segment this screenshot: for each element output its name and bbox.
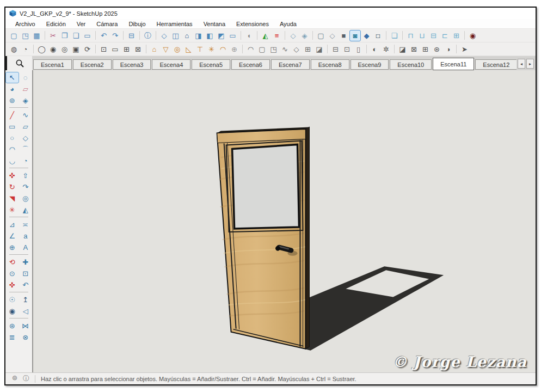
walk-tool[interactable]: ↥ bbox=[19, 294, 33, 305]
plane-swap-icon[interactable]: ◪ bbox=[313, 44, 325, 55]
tab-escena11[interactable]: Escena11 bbox=[433, 58, 474, 70]
section-plane-tool[interactable]: ⊛ bbox=[5, 320, 19, 332]
monochrome-style-icon[interactable]: ◆ bbox=[361, 30, 372, 41]
back-edges-style-icon[interactable]: ◈ bbox=[299, 30, 310, 41]
menu-ventana[interactable]: Ventana bbox=[198, 21, 231, 27]
two-point-arc-tool[interactable]: ⌒ bbox=[19, 144, 33, 155]
text-tool[interactable]: a bbox=[19, 230, 33, 242]
save-icon[interactable]: ▦ bbox=[31, 30, 42, 41]
copy-icon[interactable]: ❐ bbox=[59, 30, 70, 41]
new-file-icon[interactable]: ▢ bbox=[8, 30, 20, 41]
modeling-viewport[interactable]: © Jorge Lezana bbox=[33, 70, 536, 372]
hidden-line-style-icon[interactable]: ◇ bbox=[327, 30, 338, 41]
zoom-scenes-button[interactable] bbox=[7, 56, 32, 70]
door-right-edge[interactable] bbox=[305, 127, 309, 348]
rectangle-tool[interactable]: ▭ bbox=[5, 121, 19, 132]
select-tool[interactable]: ↖ bbox=[5, 72, 19, 83]
dimension-tool[interactable]: ≍ bbox=[19, 219, 33, 230]
menu-edicion[interactable]: Edición bbox=[41, 21, 71, 27]
orbit-tool[interactable]: ⟲ bbox=[5, 256, 19, 268]
polygon-tool[interactable]: ◇ bbox=[19, 132, 33, 144]
transform-box-icon[interactable]: ▯ bbox=[353, 44, 364, 55]
iso-view-icon[interactable]: ◇ bbox=[158, 30, 170, 41]
zoom-tool[interactable]: ⊙ bbox=[5, 268, 19, 279]
viewport-render-icon[interactable]: ◎ bbox=[59, 44, 70, 55]
front-view-icon[interactable]: ⌂ bbox=[181, 30, 193, 41]
circle-tool[interactable]: ○ bbox=[5, 132, 19, 144]
menu-archivo[interactable]: Archivo bbox=[10, 21, 41, 27]
menu-ver[interactable]: Ver bbox=[71, 21, 91, 27]
box-icon[interactable]: ▢ bbox=[256, 44, 268, 55]
layers-stack-tool[interactable]: ≣ bbox=[5, 332, 19, 343]
red-list-icon[interactable]: ≡ bbox=[271, 30, 282, 41]
ies-light-icon[interactable]: ⊤ bbox=[194, 44, 206, 55]
help-icon[interactable]: ⓘ bbox=[23, 374, 29, 383]
lasso-tool[interactable]: ◌ bbox=[19, 72, 33, 83]
menu-herramientas[interactable]: Herramientas bbox=[151, 21, 198, 27]
paste-icon[interactable]: ❑ bbox=[70, 30, 82, 41]
frame-buffer-icon[interactable]: ▣ bbox=[70, 44, 82, 55]
tab-escena8[interactable]: Escena8 bbox=[311, 59, 349, 70]
tab-escena12[interactable]: Escena12 bbox=[475, 59, 517, 70]
position-camera-tool[interactable]: ☉ bbox=[5, 294, 19, 305]
cut-icon[interactable]: ✂ bbox=[47, 30, 59, 41]
three-point-arc-tool[interactable]: ◡ bbox=[5, 155, 19, 167]
pan-tool[interactable]: ✚ bbox=[19, 256, 33, 268]
clipper-icon[interactable]: ⊞ bbox=[302, 44, 313, 55]
print-icon[interactable]: ⊟ bbox=[126, 30, 137, 41]
back-view-icon[interactable]: ◧ bbox=[204, 30, 216, 41]
viewport-canvas[interactable] bbox=[33, 70, 536, 372]
look-cone-tool[interactable]: ◁ bbox=[19, 305, 33, 317]
subtract-solids-icon[interactable]: ⊟ bbox=[428, 30, 439, 41]
top-view-icon[interactable]: ◫ bbox=[170, 30, 181, 41]
flow-tool[interactable]: ⋈ bbox=[19, 320, 33, 332]
arc-tool[interactable]: ◠ bbox=[5, 144, 19, 155]
wireframe-style-icon[interactable]: ▢ bbox=[315, 30, 327, 41]
mesh-light-icon[interactable]: ⊕ bbox=[229, 44, 240, 55]
tab-escena2[interactable]: Escena2 bbox=[73, 59, 112, 70]
render-window-2-icon[interactable]: ⊞ bbox=[121, 44, 132, 55]
zoom-extents-tool[interactable]: ✜ bbox=[5, 279, 19, 291]
render-interactive-icon[interactable]: ◉ bbox=[47, 44, 59, 55]
solid-tools[interactable]: ◭ bbox=[19, 204, 33, 216]
offset-tool[interactable]: ◎ bbox=[19, 193, 33, 204]
menu-camara[interactable]: Cámara bbox=[91, 21, 123, 27]
split-solids-icon[interactable]: ⊞ bbox=[451, 30, 462, 41]
tab-escena5[interactable]: Escena5 bbox=[192, 59, 230, 70]
outer-shell-icon[interactable]: ❏ bbox=[389, 30, 400, 41]
open-file-icon[interactable]: ◳ bbox=[20, 30, 31, 41]
freehand-tool[interactable]: ∿ bbox=[19, 109, 33, 121]
line-tool[interactable]: ╱ bbox=[5, 109, 19, 121]
tab-escena1[interactable]: Escena1 bbox=[33, 59, 72, 70]
component-tool[interactable]: ⊚ bbox=[5, 95, 19, 106]
sun-light-icon[interactable]: ✳ bbox=[206, 44, 217, 55]
pick-hand-icon[interactable]: ➤ bbox=[459, 44, 470, 55]
axes-tool[interactable]: ⊕ bbox=[5, 242, 19, 253]
shaded-style-icon[interactable]: ■ bbox=[338, 30, 349, 41]
delete-icon[interactable]: ▭ bbox=[82, 30, 93, 41]
render-window-icon[interactable]: ▭ bbox=[109, 44, 121, 55]
intersect-tool[interactable]: ✳ bbox=[5, 204, 19, 216]
rect-light-icon[interactable]: ▽ bbox=[160, 44, 171, 55]
spot-light-icon[interactable]: ◺ bbox=[183, 44, 194, 55]
trim-solids-icon[interactable]: ⊏ bbox=[439, 30, 451, 41]
intersect-solids-icon[interactable]: ⊓ bbox=[405, 30, 416, 41]
sphere-geo-icon[interactable]: ◐ bbox=[369, 44, 380, 55]
green-measure-icon[interactable]: ◭ bbox=[260, 30, 271, 41]
tab-escena9[interactable]: Escena9 bbox=[351, 59, 389, 70]
xray-style-icon[interactable]: ◇ bbox=[287, 30, 299, 41]
protractor-tool[interactable]: ∠ bbox=[5, 230, 19, 242]
grass-icon[interactable]: ∿ bbox=[279, 44, 291, 55]
plugin-swoosh-icon[interactable]: ◖ bbox=[243, 30, 255, 41]
menu-dibujo[interactable]: Dibujo bbox=[123, 21, 151, 27]
move-tool[interactable]: ✜ bbox=[5, 170, 19, 181]
geolocation-icon[interactable]: ⊚ bbox=[12, 374, 17, 383]
tab-escena7[interactable]: Escena7 bbox=[271, 59, 310, 70]
asset-editor-icon[interactable]: ◔ bbox=[20, 44, 31, 55]
push-pull-tool[interactable]: ⇧ bbox=[19, 170, 33, 181]
tab-escena6[interactable]: Escena6 bbox=[231, 59, 270, 70]
grid-icon[interactable]: ⊟ bbox=[330, 44, 341, 55]
tab-scroll-left-icon[interactable]: ◂ bbox=[518, 59, 525, 69]
undo-icon[interactable]: ↶ bbox=[98, 30, 109, 41]
scatter-icon[interactable]: ✲ bbox=[380, 44, 392, 55]
